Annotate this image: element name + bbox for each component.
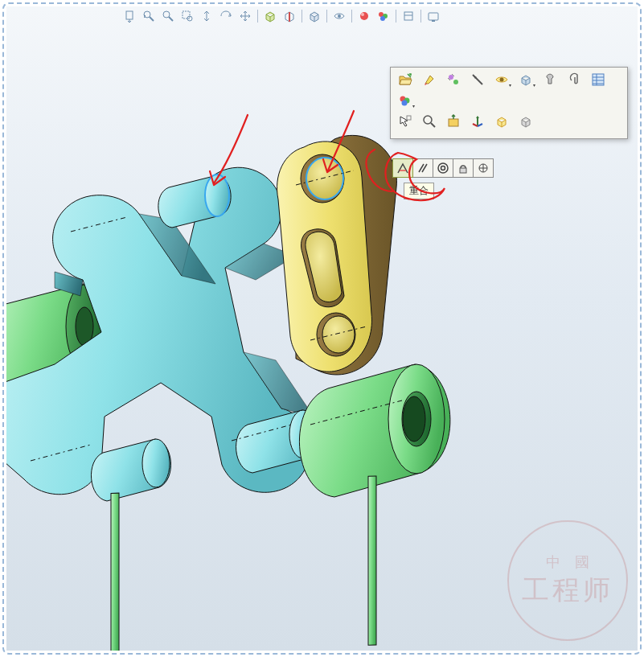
show-icon[interactable] xyxy=(492,113,511,130)
appearance-icon[interactable] xyxy=(376,9,391,23)
screen-capture-icon[interactable] xyxy=(426,9,441,23)
hud-view-toolbar xyxy=(119,7,444,25)
zoom-to-selection-icon[interactable] xyxy=(420,113,439,130)
concentric-mate-icon[interactable] xyxy=(433,158,453,178)
cyan-pin-left[interactable] xyxy=(91,439,170,501)
context-row-1: ▾ ▾ xyxy=(396,71,622,88)
svg-point-41 xyxy=(322,316,355,353)
lock-mate-icon[interactable] xyxy=(453,158,474,178)
front-view-icon[interactable] xyxy=(122,9,137,23)
move-triad-icon[interactable] xyxy=(468,113,487,130)
scene-edit-icon[interactable] xyxy=(357,9,371,23)
svg-rect-37 xyxy=(368,476,376,645)
mate-toolbar xyxy=(392,158,494,178)
view-settings-icon[interactable] xyxy=(401,9,416,23)
svg-point-39 xyxy=(306,158,343,199)
svg-point-15 xyxy=(453,80,458,84)
svg-rect-33 xyxy=(111,493,119,651)
change-transparency-icon[interactable]: ▾ xyxy=(516,71,535,88)
hide-show-icon[interactable] xyxy=(332,9,347,23)
svg-rect-3 xyxy=(183,11,190,18)
separator xyxy=(351,10,352,23)
svg-point-7 xyxy=(361,13,364,16)
part-green-rod-left[interactable] xyxy=(111,493,119,651)
attachment-icon[interactable] xyxy=(564,71,584,88)
zoom-area-icon[interactable] xyxy=(180,9,195,23)
svg-rect-0 xyxy=(126,11,133,19)
svg-point-10 xyxy=(380,16,385,21)
svg-point-2 xyxy=(163,11,170,18)
display-style-icon[interactable] xyxy=(263,9,277,23)
mate-tooltip: 重合 xyxy=(404,183,434,199)
svg-point-5 xyxy=(338,14,341,18)
rotate-icon[interactable] xyxy=(219,9,233,23)
previous-view-icon[interactable] xyxy=(142,9,156,23)
select-other-icon[interactable] xyxy=(468,71,487,88)
isolate-icon[interactable] xyxy=(516,113,535,130)
svg-rect-13 xyxy=(432,20,435,22)
separator xyxy=(326,10,327,23)
pan-icon[interactable] xyxy=(238,9,252,23)
distance-mate-icon[interactable] xyxy=(473,158,494,178)
parallel-mate-icon[interactable] xyxy=(412,158,433,178)
svg-point-20 xyxy=(402,101,408,106)
separator xyxy=(420,10,421,23)
svg-point-24 xyxy=(438,163,448,173)
separator xyxy=(396,10,396,23)
properties-icon[interactable] xyxy=(589,71,608,88)
coincident-mate-icon[interactable] xyxy=(392,158,413,178)
svg-rect-26 xyxy=(460,168,466,173)
svg-point-25 xyxy=(441,166,445,170)
appearances-icon[interactable]: ▾ xyxy=(396,92,415,109)
svg-rect-11 xyxy=(404,12,412,20)
fixed-icon[interactable] xyxy=(540,71,560,88)
normal-to-icon[interactable] xyxy=(444,113,463,130)
part-green-rod-right[interactable] xyxy=(368,476,376,645)
context-row-3 xyxy=(396,113,622,130)
part-yellow-link[interactable] xyxy=(277,135,397,375)
zoom-fit-icon[interactable] xyxy=(161,9,175,23)
svg-point-22 xyxy=(424,116,432,124)
viewport-3d[interactable]: ▾ ▾ ▾ 重合 xyxy=(6,6,638,651)
svg-rect-12 xyxy=(429,13,438,20)
svg-point-16 xyxy=(500,78,504,82)
zoom-dynamic-icon[interactable] xyxy=(199,9,214,23)
section-view-icon[interactable] xyxy=(282,9,297,23)
svg-point-30 xyxy=(205,175,229,216)
separator xyxy=(257,10,258,23)
svg-rect-21 xyxy=(407,116,411,120)
svg-point-6 xyxy=(360,12,368,20)
perspective-icon[interactable] xyxy=(307,9,322,23)
context-selection-panel: ▾ ▾ ▾ xyxy=(390,67,628,139)
svg-point-31 xyxy=(142,439,170,487)
measure-icon[interactable] xyxy=(444,71,463,88)
context-row-2: ▾ xyxy=(396,92,622,109)
svg-point-36 xyxy=(403,396,425,441)
select-component-icon[interactable] xyxy=(396,113,415,130)
open-part-icon[interactable] xyxy=(396,71,415,88)
svg-point-14 xyxy=(449,75,453,80)
highlight-icon[interactable] xyxy=(420,71,439,88)
show-hidden-icon[interactable]: ▾ xyxy=(492,71,511,88)
svg-rect-23 xyxy=(449,119,458,126)
separator xyxy=(301,10,302,23)
